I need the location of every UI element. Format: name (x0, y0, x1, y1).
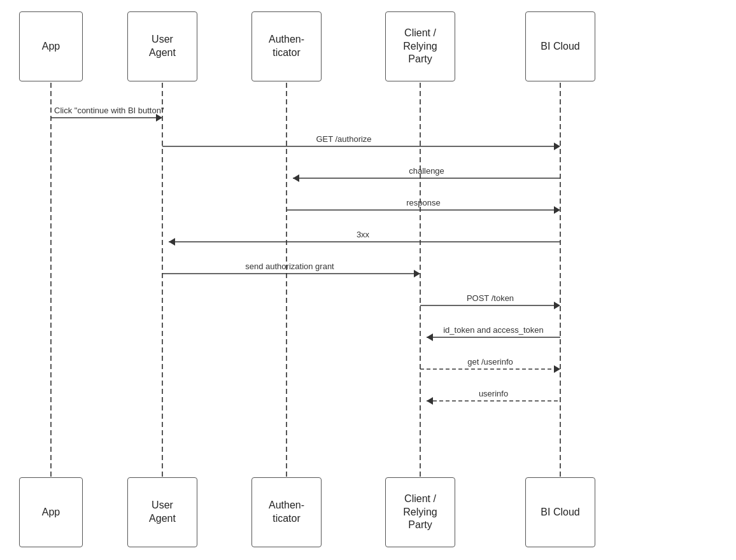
actor-client-top: Client /RelyingParty (385, 11, 455, 81)
actor-authenticator-top: Authen-ticator (251, 11, 322, 81)
svg-text:Click "continue with BI button: Click "continue with BI button" (54, 106, 164, 115)
svg-text:userinfo: userinfo (479, 389, 508, 398)
svg-marker-18 (169, 238, 175, 246)
sequence-diagram: Click "continue with BI button" GET /aut… (0, 0, 736, 560)
svg-marker-9 (554, 143, 560, 150)
svg-text:send authorization grant: send authorization grant (245, 262, 334, 271)
svg-text:GET /authorize: GET /authorize (316, 134, 371, 144)
actor-authenticator-bottom: Authen-ticator (251, 477, 322, 547)
svg-marker-6 (156, 114, 162, 122)
svg-marker-21 (414, 270, 420, 277)
svg-marker-24 (554, 302, 560, 309)
svg-marker-33 (427, 397, 433, 405)
svg-text:3xx: 3xx (357, 230, 370, 239)
svg-text:id_token and access_token: id_token and access_token (443, 325, 544, 335)
actor-useragent-top: UserAgent (127, 11, 197, 81)
svg-text:get /userinfo: get /userinfo (467, 357, 513, 367)
svg-marker-15 (554, 206, 560, 214)
actor-app-bottom: App (19, 477, 83, 547)
actor-app-top: App (19, 11, 83, 81)
svg-marker-12 (293, 174, 299, 182)
actor-useragent-bottom: UserAgent (127, 477, 197, 547)
actor-client-bottom: Client /RelyingParty (385, 477, 455, 547)
actor-bicloud-top: BI Cloud (525, 11, 595, 81)
svg-text:POST /token: POST /token (467, 293, 514, 303)
svg-marker-30 (554, 365, 560, 373)
svg-marker-27 (427, 333, 433, 341)
svg-text:response: response (406, 198, 440, 207)
actor-bicloud-bottom: BI Cloud (525, 477, 595, 547)
svg-text:challenge: challenge (409, 166, 444, 176)
